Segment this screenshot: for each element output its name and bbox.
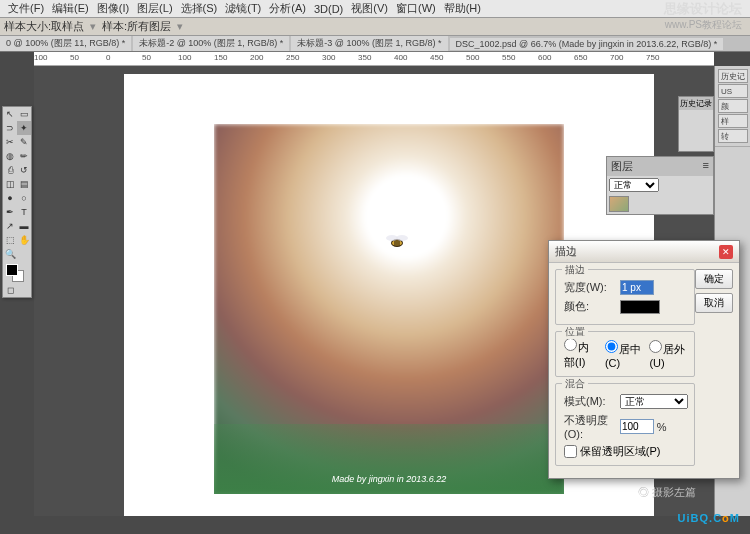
dock-btn[interactable]: US — [718, 84, 748, 98]
pen-tool-icon[interactable]: ✒ — [3, 205, 17, 219]
dodge-tool-icon[interactable]: ○ — [17, 191, 31, 205]
blur-tool-icon[interactable]: ● — [3, 191, 17, 205]
menu-view[interactable]: 视图(V) — [351, 1, 388, 16]
history-brush-icon[interactable]: ↺ — [17, 163, 31, 177]
mode-label: 模式(M): — [564, 394, 620, 409]
menu-bar: 文件(F) 编辑(E) 图像(I) 图层(L) 选择(S) 滤镜(T) 分析(A… — [0, 0, 750, 18]
eraser-tool-icon[interactable]: ◫ — [3, 177, 17, 191]
type-tool-icon[interactable]: T — [17, 205, 31, 219]
doc-tab[interactable]: 0 @ 100% (图层 11, RGB/8) * — [0, 36, 131, 51]
width-label: 宽度(W): — [564, 280, 620, 295]
path-tool-icon[interactable]: ↗ — [3, 219, 17, 233]
quickmask-icon[interactable]: ◻ — [3, 283, 17, 297]
menu-file[interactable]: 文件(F) — [8, 1, 44, 16]
preserve-label: 保留透明区域(P) — [580, 444, 661, 459]
heal-tool-icon[interactable]: ◍ — [3, 149, 17, 163]
stroke-dialog: 描边 ✕ 描边 宽度(W): 颜色: 位置 内部(I) 居中(C) 居外(U) — [548, 240, 740, 479]
menu-select[interactable]: 选择(S) — [181, 1, 218, 16]
svg-point-3 — [396, 235, 408, 241]
layers-panel[interactable]: 图层≡ 正常 — [606, 156, 714, 215]
stroke-group: 描边 宽度(W): 颜色: — [555, 269, 695, 325]
pos-outside[interactable]: 居外(U) — [649, 340, 688, 369]
opacity-input[interactable] — [620, 419, 654, 434]
watermark-logo: UiBQ.CoM — [678, 502, 740, 528]
workspace: ↖▭ ⊃✦ ✂✎ ◍✏ ⎙↺ ◫▤ ●○ ✒T ↗▬ ⬚✋ 🔍 ◻ Made b… — [0, 66, 750, 516]
history-tab[interactable]: 历史记录 — [679, 97, 713, 110]
watermark-top: 思缘设计论坛 — [664, 0, 742, 18]
gradient-tool-icon[interactable]: ▤ — [17, 177, 31, 191]
color-swatch[interactable] — [620, 300, 660, 314]
3d-tool-icon[interactable]: ⬚ — [3, 233, 17, 247]
layers-tab[interactable]: 图层 — [611, 159, 633, 174]
opt-sample-value[interactable]: 所有图层 — [127, 19, 171, 34]
ok-button[interactable]: 确定 — [695, 269, 733, 289]
image-content: Made by jingxin in 2013.6.22 — [214, 124, 564, 494]
watermark-small: ◎ 摄影左篇 — [638, 485, 696, 500]
dock-btn[interactable]: 转 — [718, 129, 748, 143]
doc-tab[interactable]: 未标题-3 @ 100% (图层 1, RGB/8) * — [291, 36, 447, 51]
menu-layer[interactable]: 图层(L) — [137, 1, 172, 16]
panel-menu-icon[interactable]: ≡ — [703, 159, 709, 174]
toolbox: ↖▭ ⊃✦ ✂✎ ◍✏ ⎙↺ ◫▤ ●○ ✒T ↗▬ ⬚✋ 🔍 ◻ — [2, 106, 32, 298]
width-input[interactable] — [620, 280, 654, 295]
opt-size-value[interactable]: 取样点 — [51, 19, 84, 34]
move-tool-icon[interactable]: ↖ — [3, 107, 17, 121]
dock-btn[interactable]: 颜 — [718, 99, 748, 113]
cancel-button[interactable]: 取消 — [695, 293, 733, 313]
blend-mode-select[interactable]: 正常 — [609, 178, 659, 192]
blend-group: 混合 模式(M):正常 不透明度(O): % 保留透明区域(P) — [555, 383, 695, 466]
history-panel-mini[interactable]: 历史记录 — [678, 96, 714, 152]
menu-filter[interactable]: 滤镜(T) — [225, 1, 261, 16]
shape-tool-icon[interactable]: ▬ — [17, 219, 31, 233]
pos-inside[interactable]: 内部(I) — [564, 338, 599, 370]
layer-thumbnail[interactable] — [609, 196, 629, 212]
menu-edit[interactable]: 编辑(E) — [52, 1, 89, 16]
doc-tab[interactable]: 未标题-2 @ 100% (图层 1, RGB/8) * — [133, 36, 289, 51]
menu-help[interactable]: 帮助(H) — [444, 1, 481, 16]
opacity-unit: % — [657, 421, 667, 433]
foreground-swatch[interactable] — [6, 264, 18, 276]
zoom-tool-icon[interactable]: 🔍 — [3, 247, 17, 261]
dialog-titlebar[interactable]: 描边 ✕ — [549, 241, 739, 263]
bee-subject — [384, 232, 410, 250]
color-swatches[interactable] — [3, 261, 31, 283]
stamp-tool-icon[interactable]: ⎙ — [3, 163, 17, 177]
menu-analysis[interactable]: 分析(A) — [269, 1, 306, 16]
opt-sample-label: 样本: — [102, 19, 127, 34]
document-tabs: 0 @ 100% (图层 11, RGB/8) * 未标题-2 @ 100% (… — [0, 36, 750, 52]
crop-tool-icon[interactable]: ✂ — [3, 135, 17, 149]
image-caption: Made by jingxin in 2013.6.22 — [214, 474, 564, 484]
group-label: 混合 — [562, 377, 588, 391]
doc-tab[interactable]: DSC_1002.psd @ 66.7% (Made by jingxin in… — [450, 38, 724, 50]
preserve-checkbox[interactable] — [564, 445, 577, 458]
hand-tool-icon[interactable]: ✋ — [17, 233, 31, 247]
dialog-title: 描边 — [555, 244, 577, 259]
pos-center[interactable]: 居中(C) — [605, 340, 644, 369]
options-bar: 样本大小: 取样点 ▾ 样本: 所有图层 ▾ — [0, 18, 750, 36]
lasso-tool-icon[interactable]: ⊃ — [3, 121, 17, 135]
menu-3d[interactable]: 3D(D) — [314, 3, 343, 15]
menu-window[interactable]: 窗口(W) — [396, 1, 436, 16]
marquee-tool-icon[interactable]: ▭ — [17, 107, 31, 121]
eyedropper-tool-icon[interactable]: ✎ — [17, 135, 31, 149]
watermark-sub: www.PS教程论坛 — [665, 18, 742, 32]
brush-tool-icon[interactable]: ✏ — [17, 149, 31, 163]
opt-size-label: 样本大小: — [4, 19, 51, 34]
dock-history[interactable]: 历史记 — [718, 69, 748, 83]
position-group: 位置 内部(I) 居中(C) 居外(U) — [555, 331, 695, 377]
dock-btn[interactable]: 样 — [718, 114, 748, 128]
menu-image[interactable]: 图像(I) — [97, 1, 129, 16]
ruler-horizontal: 100 50 0 50 100 150 200 250 300 350 400 … — [34, 52, 714, 66]
color-label: 颜色: — [564, 299, 620, 314]
opacity-label: 不透明度(O): — [564, 413, 620, 440]
close-icon[interactable]: ✕ — [719, 245, 733, 259]
mode-select[interactable]: 正常 — [620, 394, 688, 409]
group-label: 描边 — [562, 263, 588, 277]
wand-tool-icon[interactable]: ✦ — [17, 121, 31, 135]
group-label: 位置 — [562, 325, 588, 339]
